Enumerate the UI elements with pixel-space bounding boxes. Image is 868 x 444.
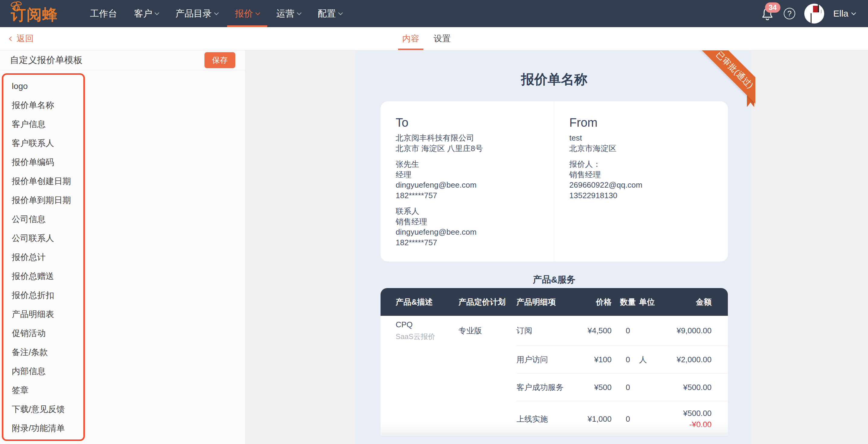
- nav-item-customers[interactable]: 客户: [126, 0, 167, 27]
- component-item-company-info[interactable]: 公司信息: [3, 210, 83, 229]
- nav-item-label: 产品目录: [176, 7, 212, 20]
- avatar[interactable]: [804, 4, 824, 24]
- nav-item-product-catalog[interactable]: 产品目录: [167, 0, 226, 27]
- quote-title: 报价单名称: [380, 71, 728, 87]
- component-item-expire-date[interactable]: 报价单到期日期: [3, 191, 83, 210]
- content-tabs: 内容 设置: [398, 27, 455, 50]
- product-cell: CPQ SaaS云报价: [396, 320, 435, 341]
- chevron-down-icon: [255, 10, 260, 15]
- save-button[interactable]: 保存: [205, 52, 235, 68]
- component-item-quote-total[interactable]: 报价总计: [3, 248, 83, 267]
- help-icon[interactable]: ?: [784, 8, 795, 19]
- table-row: CPQ SaaS云报价 专业版 订阅 ¥4,500 0 ¥9,000.00: [380, 316, 728, 345]
- plan-cell: 专业版: [459, 326, 482, 336]
- ribbon-tail: [747, 93, 754, 107]
- table-row: 用户访问 ¥100 0 人 ¥2,000.00: [380, 346, 728, 373]
- editor-canvas: 报价单名称 已审批(通过) To 北京阅丰科技有限公司 北京市 海淀区 八里庄8…: [246, 50, 868, 444]
- component-item-signature[interactable]: 签章: [3, 381, 83, 400]
- from-section: From test 北京市海淀区 报价人： 销售经理 269660922@qq.…: [569, 116, 642, 201]
- help-glyph: ?: [787, 9, 792, 18]
- amount-cell: ¥9,000.00: [677, 326, 712, 335]
- component-item-total-gift[interactable]: 报价总赠送: [3, 267, 83, 286]
- header-amount: 金额: [696, 297, 712, 307]
- notification-badge: 34: [765, 2, 780, 13]
- nav-item-label: 客户: [134, 7, 152, 20]
- panel-title: 自定义报价单模板: [10, 54, 83, 66]
- user-menu[interactable]: Ella: [833, 8, 855, 19]
- to-address: 北京市 海淀区 八里庄8号: [396, 143, 483, 154]
- top-navbar: 订阅蜂 工作台 客户 产品目录 报价 运营 配置: [0, 0, 868, 27]
- tab-settings[interactable]: 设置: [430, 27, 455, 50]
- component-item-create-date[interactable]: 报价单创建日期: [3, 172, 83, 191]
- item-cell: 订阅: [517, 326, 532, 336]
- back-label: 返回: [17, 33, 33, 44]
- chevron-down-icon: [297, 10, 302, 15]
- avatar-art: [811, 13, 811, 24]
- component-item-total-discount[interactable]: 报价总折扣: [3, 286, 83, 305]
- secondary-bar: 返回 内容 设置: [0, 27, 868, 50]
- header-plan: 产品定价计划: [459, 297, 505, 307]
- item-cell: 上线实施: [517, 413, 548, 424]
- notifications-button[interactable]: 34: [761, 7, 775, 21]
- qty-cell: 0: [619, 414, 637, 423]
- price-cell: ¥500: [544, 382, 612, 392]
- quoter-label: 报价人：: [569, 159, 642, 170]
- header-price: 价格: [544, 297, 612, 307]
- quote-preview: 报价单名称 已审批(通过) To 北京阅丰科技有限公司 北京市 海淀区 八里庄8…: [355, 50, 751, 444]
- contact-title: 经理: [396, 170, 483, 180]
- nav-item-label: 报价: [235, 7, 253, 20]
- navbar-right-cluster: 34 ? Ella: [761, 4, 855, 24]
- chevron-down-icon: [214, 10, 219, 15]
- back-link[interactable]: 返回: [10, 27, 33, 50]
- amount-cell: ¥500.00 -¥0.00: [683, 409, 712, 429]
- chevron-down-icon: [851, 10, 856, 15]
- nav-item-operations[interactable]: 运营: [268, 0, 309, 27]
- template-panel: 自定义报价单模板 保存 logo 报价单名称 客户信息 客户联系人 报价单编码 …: [0, 50, 246, 444]
- brand-logo[interactable]: 订阅蜂: [11, 0, 58, 27]
- to-section: To 北京阅丰科技有限公司 北京市 海淀区 八里庄8号 张先生 经理 dingy…: [396, 116, 483, 248]
- amount-cell: ¥500.00: [683, 382, 712, 392]
- nav-item-label: 配置: [318, 7, 336, 20]
- component-item-promotions[interactable]: 促销活动: [3, 323, 83, 343]
- quoter-block: 报价人： 销售经理 269660922@qq.com 13522918130: [569, 159, 642, 201]
- nav-item-quotes[interactable]: 报价: [226, 0, 268, 27]
- component-item-quote-name[interactable]: 报价单名称: [3, 96, 83, 115]
- price-cell: ¥100: [544, 355, 612, 364]
- amount-cell: ¥2,000.00: [677, 355, 712, 364]
- nav-item-label: 工作台: [90, 7, 117, 20]
- component-item-download-feedback[interactable]: 下载/意见反馈: [3, 400, 83, 419]
- price-cell: ¥1,000: [544, 414, 612, 423]
- nav-item-settings[interactable]: 配置: [309, 0, 351, 27]
- header-unit: 单位: [639, 297, 655, 307]
- quoter-title: 销售经理: [569, 170, 642, 180]
- from-address: 北京市海淀区: [569, 143, 642, 154]
- table-row: 上线实施 ¥1,000 0 ¥500.00 -¥0.00: [380, 401, 728, 437]
- quoter-phone: 13522918130: [569, 190, 642, 201]
- product-table: 产品&描述 产品定价计划 产品明细项 价格 数量 单位 金额 CPQ SaaS云…: [380, 288, 728, 444]
- tab-content[interactable]: 内容: [398, 27, 424, 50]
- nav-item-workbench[interactable]: 工作台: [82, 0, 126, 27]
- contact-title: 销售经理: [396, 216, 483, 227]
- component-item-customer-info[interactable]: 客户信息: [3, 115, 83, 134]
- component-item-product-table[interactable]: 产品明细表: [3, 305, 83, 323]
- product-table-body: CPQ SaaS云报价 专业版 订阅 ¥4,500 0 ¥9,000.00 用户…: [380, 316, 728, 437]
- chevron-down-icon: [338, 10, 343, 15]
- contact-email: dingyuefeng@bee.com: [396, 227, 483, 237]
- component-item-internal-info[interactable]: 内部信息: [3, 362, 83, 381]
- component-item-logo[interactable]: logo: [3, 77, 83, 96]
- contact-name: 联系人: [396, 206, 483, 216]
- table-row: 客户成功服务 ¥500 0 ¥500.00: [380, 373, 728, 401]
- bee-icon: [10, 1, 24, 12]
- component-item-customer-contact[interactable]: 客户联系人: [3, 134, 83, 152]
- to-contact-block: 张先生 经理 dingyuefeng@bee.com 182*****757: [396, 159, 483, 201]
- component-item-quote-code[interactable]: 报价单编码: [3, 152, 83, 172]
- component-item-appendix[interactable]: 附录/功能清单: [3, 419, 83, 438]
- main-nav: 工作台 客户 产品目录 报价 运营 配置: [82, 0, 351, 27]
- component-item-notes-terms[interactable]: 备注/条款: [3, 343, 83, 362]
- component-item-company-contact[interactable]: 公司联系人: [3, 229, 83, 248]
- to-heading: To: [396, 116, 483, 129]
- qty-cell: 0: [619, 326, 637, 335]
- product-name: CPQ: [396, 320, 435, 329]
- item-cell: 用户访问: [517, 354, 548, 365]
- product-description: SaaS云报价: [396, 332, 435, 341]
